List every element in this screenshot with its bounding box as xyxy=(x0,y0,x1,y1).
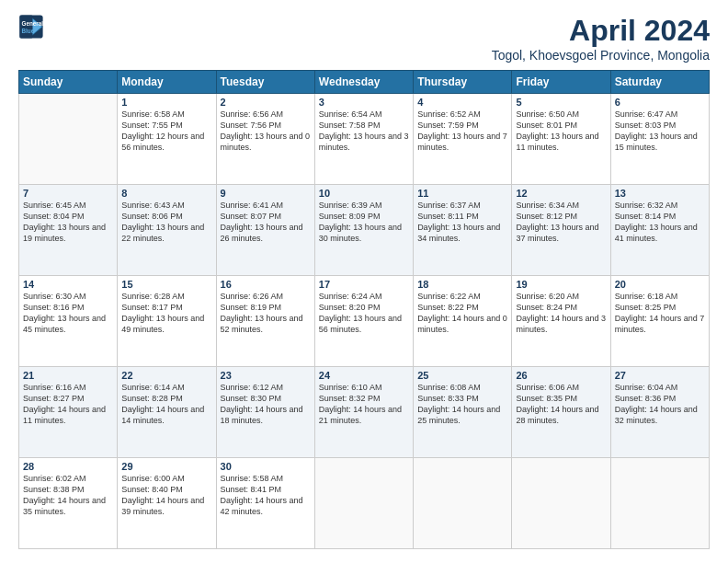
day-number: 7 xyxy=(23,188,113,199)
table-row xyxy=(19,94,118,185)
calendar-table: Sunday Monday Tuesday Wednesday Thursday… xyxy=(18,70,710,549)
day-number: 12 xyxy=(516,188,606,199)
table-row xyxy=(512,458,610,549)
table-row: 29Sunrise: 6:00 AMSunset: 8:40 PMDayligh… xyxy=(118,458,216,549)
day-info: Sunrise: 6:10 AMSunset: 8:32 PMDaylight:… xyxy=(319,382,409,427)
calendar-week-2: 7Sunrise: 6:45 AMSunset: 8:04 PMDaylight… xyxy=(19,185,710,276)
col-sunday: Sunday xyxy=(19,71,118,94)
table-row: 11Sunrise: 6:37 AMSunset: 8:11 PMDayligh… xyxy=(414,185,512,276)
day-number: 26 xyxy=(516,370,606,381)
day-number: 20 xyxy=(615,279,705,290)
table-row: 25Sunrise: 6:08 AMSunset: 8:33 PMDayligh… xyxy=(414,367,512,458)
table-row: 19Sunrise: 6:20 AMSunset: 8:24 PMDayligh… xyxy=(512,276,610,367)
day-number: 17 xyxy=(319,279,409,290)
table-row: 13Sunrise: 6:32 AMSunset: 8:14 PMDayligh… xyxy=(610,185,709,276)
table-row: 14Sunrise: 6:30 AMSunset: 8:16 PMDayligh… xyxy=(19,276,118,367)
svg-text:Blue: Blue xyxy=(22,28,35,34)
day-info: Sunrise: 6:02 AMSunset: 8:38 PMDaylight:… xyxy=(23,473,113,518)
col-wednesday: Wednesday xyxy=(314,71,413,94)
day-info: Sunrise: 5:58 AMSunset: 8:41 PMDaylight:… xyxy=(221,473,311,518)
day-number: 4 xyxy=(417,97,507,108)
table-row: 5Sunrise: 6:50 AMSunset: 8:01 PMDaylight… xyxy=(512,94,610,185)
page-subtitle: Togol, Khoevsgoel Province, Mongolia xyxy=(492,48,710,63)
col-thursday: Thursday xyxy=(414,71,512,94)
table-row: 10Sunrise: 6:39 AMSunset: 8:09 PMDayligh… xyxy=(314,185,413,276)
day-info: Sunrise: 6:39 AMSunset: 8:09 PMDaylight:… xyxy=(319,200,409,245)
calendar-week-3: 14Sunrise: 6:30 AMSunset: 8:16 PMDayligh… xyxy=(19,276,710,367)
day-number: 6 xyxy=(615,97,705,108)
col-saturday: Saturday xyxy=(610,71,709,94)
page: General Blue April 2024 Togol, Khoevsgoe… xyxy=(0,0,728,563)
table-row: 20Sunrise: 6:18 AMSunset: 8:25 PMDayligh… xyxy=(610,276,709,367)
day-number: 27 xyxy=(615,370,705,381)
table-row: 15Sunrise: 6:28 AMSunset: 8:17 PMDayligh… xyxy=(118,276,216,367)
table-row: 30Sunrise: 5:58 AMSunset: 8:41 PMDayligh… xyxy=(216,458,314,549)
table-row: 23Sunrise: 6:12 AMSunset: 8:30 PMDayligh… xyxy=(216,367,314,458)
day-info: Sunrise: 6:54 AMSunset: 7:58 PMDaylight:… xyxy=(319,109,409,154)
day-info: Sunrise: 6:24 AMSunset: 8:20 PMDaylight:… xyxy=(319,291,409,336)
logo: General Blue xyxy=(18,14,44,40)
day-info: Sunrise: 6:14 AMSunset: 8:28 PMDaylight:… xyxy=(121,382,211,427)
day-info: Sunrise: 6:47 AMSunset: 8:03 PMDaylight:… xyxy=(615,109,705,154)
day-info: Sunrise: 6:04 AMSunset: 8:36 PMDaylight:… xyxy=(615,382,705,427)
day-number: 30 xyxy=(221,461,311,472)
day-number: 13 xyxy=(615,188,705,199)
day-info: Sunrise: 6:32 AMSunset: 8:14 PMDaylight:… xyxy=(615,200,705,245)
day-number: 18 xyxy=(417,279,507,290)
table-row: 9Sunrise: 6:41 AMSunset: 8:07 PMDaylight… xyxy=(216,185,314,276)
day-info: Sunrise: 6:58 AMSunset: 7:55 PMDaylight:… xyxy=(121,109,211,154)
table-row xyxy=(610,458,709,549)
day-number: 16 xyxy=(221,279,311,290)
table-row: 3Sunrise: 6:54 AMSunset: 7:58 PMDaylight… xyxy=(314,94,413,185)
table-row: 17Sunrise: 6:24 AMSunset: 8:20 PMDayligh… xyxy=(314,276,413,367)
table-row: 26Sunrise: 6:06 AMSunset: 8:35 PMDayligh… xyxy=(512,367,610,458)
table-row: 6Sunrise: 6:47 AMSunset: 8:03 PMDaylight… xyxy=(610,94,709,185)
table-row xyxy=(314,458,413,549)
table-row: 1Sunrise: 6:58 AMSunset: 7:55 PMDaylight… xyxy=(118,94,216,185)
col-friday: Friday xyxy=(512,71,610,94)
table-row: 22Sunrise: 6:14 AMSunset: 8:28 PMDayligh… xyxy=(118,367,216,458)
day-number: 28 xyxy=(23,461,113,472)
day-info: Sunrise: 6:00 AMSunset: 8:40 PMDaylight:… xyxy=(121,473,211,518)
logo-icon: General Blue xyxy=(18,14,44,40)
calendar-week-5: 28Sunrise: 6:02 AMSunset: 8:38 PMDayligh… xyxy=(19,458,710,549)
table-row: 2Sunrise: 6:56 AMSunset: 7:56 PMDaylight… xyxy=(216,94,314,185)
day-info: Sunrise: 6:34 AMSunset: 8:12 PMDaylight:… xyxy=(516,200,606,245)
day-number: 10 xyxy=(319,188,409,199)
header: General Blue April 2024 Togol, Khoevsgoe… xyxy=(18,14,710,63)
table-row: 24Sunrise: 6:10 AMSunset: 8:32 PMDayligh… xyxy=(314,367,413,458)
table-row: 12Sunrise: 6:34 AMSunset: 8:12 PMDayligh… xyxy=(512,185,610,276)
day-info: Sunrise: 6:45 AMSunset: 8:04 PMDaylight:… xyxy=(23,200,113,245)
col-tuesday: Tuesday xyxy=(216,71,314,94)
day-info: Sunrise: 6:08 AMSunset: 8:33 PMDaylight:… xyxy=(417,382,507,427)
day-info: Sunrise: 6:20 AMSunset: 8:24 PMDaylight:… xyxy=(516,291,606,336)
table-row: 28Sunrise: 6:02 AMSunset: 8:38 PMDayligh… xyxy=(19,458,118,549)
day-number: 29 xyxy=(121,461,211,472)
day-number: 23 xyxy=(221,370,311,381)
table-row: 8Sunrise: 6:43 AMSunset: 8:06 PMDaylight… xyxy=(118,185,216,276)
table-row: 16Sunrise: 6:26 AMSunset: 8:19 PMDayligh… xyxy=(216,276,314,367)
day-info: Sunrise: 6:06 AMSunset: 8:35 PMDaylight:… xyxy=(516,382,606,427)
table-row xyxy=(414,458,512,549)
col-monday: Monday xyxy=(118,71,216,94)
svg-text:General: General xyxy=(22,20,44,27)
table-row: 7Sunrise: 6:45 AMSunset: 8:04 PMDaylight… xyxy=(19,185,118,276)
day-info: Sunrise: 6:43 AMSunset: 8:06 PMDaylight:… xyxy=(121,200,211,245)
day-info: Sunrise: 6:50 AMSunset: 8:01 PMDaylight:… xyxy=(516,109,606,154)
table-row: 18Sunrise: 6:22 AMSunset: 8:22 PMDayligh… xyxy=(414,276,512,367)
day-info: Sunrise: 6:52 AMSunset: 7:59 PMDaylight:… xyxy=(417,109,507,154)
day-info: Sunrise: 6:28 AMSunset: 8:17 PMDaylight:… xyxy=(121,291,211,336)
title-block: April 2024 Togol, Khoevsgoel Province, M… xyxy=(492,14,710,63)
day-number: 9 xyxy=(221,188,311,199)
day-number: 11 xyxy=(417,188,507,199)
day-number: 19 xyxy=(516,279,606,290)
day-info: Sunrise: 6:16 AMSunset: 8:27 PMDaylight:… xyxy=(23,382,113,427)
day-info: Sunrise: 6:41 AMSunset: 8:07 PMDaylight:… xyxy=(221,200,311,245)
day-info: Sunrise: 6:22 AMSunset: 8:22 PMDaylight:… xyxy=(417,291,507,336)
day-info: Sunrise: 6:26 AMSunset: 8:19 PMDaylight:… xyxy=(221,291,311,336)
day-info: Sunrise: 6:12 AMSunset: 8:30 PMDaylight:… xyxy=(221,382,311,427)
day-number: 21 xyxy=(23,370,113,381)
table-row: 4Sunrise: 6:52 AMSunset: 7:59 PMDaylight… xyxy=(414,94,512,185)
svg-rect-3 xyxy=(19,15,32,38)
day-number: 8 xyxy=(121,188,211,199)
